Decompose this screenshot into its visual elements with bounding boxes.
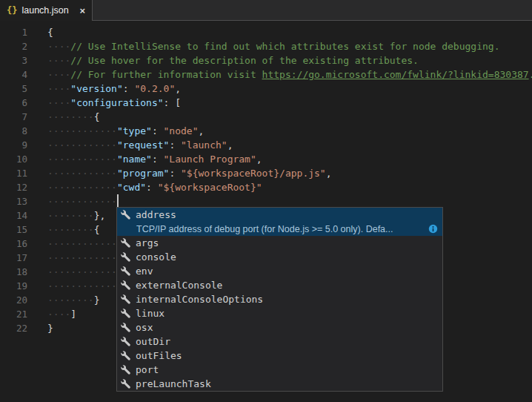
json-file-icon: {} <box>7 5 17 16</box>
code-line[interactable]: 8············"type": "node", <box>0 124 532 138</box>
tab-bar-empty-space <box>92 0 532 21</box>
line-number: 11 <box>0 166 27 180</box>
code-text: ········} <box>27 293 99 307</box>
wrench-icon <box>121 323 130 332</box>
wrench-icon <box>121 351 130 360</box>
suggestion-port[interactable]: port <box>117 363 442 377</box>
code-line[interactable]: 1{ <box>0 25 532 39</box>
close-icon[interactable]: × <box>79 6 85 16</box>
suggestion-label: env <box>136 264 153 278</box>
code-line[interactable]: 3····// Use hover for the description of… <box>0 53 532 67</box>
code-text: ········{ <box>27 110 99 124</box>
line-number: 13 <box>0 194 27 208</box>
code-text: ············ <box>27 279 117 293</box>
line-number: 20 <box>0 293 27 307</box>
suggestion-label: externalConsole <box>136 278 222 292</box>
suggest-widget: addressTCP/IP address of debug port (for… <box>116 207 443 392</box>
code-line[interactable]: 12············"cwd": "${workspaceRoot}" <box>0 180 532 194</box>
suggestion-args[interactable]: args <box>117 236 442 250</box>
line-number: 18 <box>0 265 27 279</box>
code-text: ············"request": "launch", <box>27 138 233 152</box>
wrench-icon <box>121 309 130 318</box>
line-number: 7 <box>0 110 27 124</box>
suggestion-label: port <box>136 363 159 377</box>
suggestion-preLaunchTask[interactable]: preLaunchTask <box>117 377 442 391</box>
wrench-icon <box>121 238 130 248</box>
code-line[interactable]: 7········{ <box>0 110 532 124</box>
suggestion-detail: TCP/IP address of debug port (for Node.j… <box>136 224 393 234</box>
suggestion-outDir[interactable]: outDir <box>117 335 442 349</box>
code-line[interactable]: 10············"name": "Launch Program", <box>0 152 532 166</box>
code-text: ····// Use IntelliSense to find out whic… <box>27 39 500 53</box>
line-number: 12 <box>0 180 27 194</box>
line-number: 1 <box>0 25 27 39</box>
wrench-icon <box>121 252 130 262</box>
tab-bar: {} launch.json × <box>0 0 532 21</box>
line-number: 19 <box>0 279 27 293</box>
wrench-icon <box>121 365 130 375</box>
code-text: ············"type": "node", <box>27 124 204 138</box>
suggestion-outFiles[interactable]: outFiles <box>117 349 442 363</box>
suggestion-osx[interactable]: osx <box>117 320 442 335</box>
suggestion-externalConsole[interactable]: externalConsole <box>117 278 442 292</box>
line-number: 2 <box>0 39 27 53</box>
code-text: ············ <box>27 194 119 208</box>
code-text: ····// Use hover for the description of … <box>27 53 419 67</box>
code-text: ············"cwd": "${workspaceRoot}" <box>27 180 262 194</box>
code-text: ····] <box>27 307 76 321</box>
line-number: 5 <box>0 82 27 96</box>
code-line[interactable]: 2····// Use IntelliSense to find out whi… <box>0 39 532 53</box>
line-number: 15 <box>0 223 27 237</box>
line-number: 8 <box>0 124 27 138</box>
code-text: ····"configurations": [ <box>27 96 181 110</box>
suggestion-label: args <box>136 236 159 250</box>
suggestion-linux[interactable]: linux <box>117 306 442 320</box>
tab-title: launch.json <box>21 5 68 16</box>
suggestion-label: outDir <box>136 335 170 349</box>
suggestion-env[interactable]: env <box>117 264 442 278</box>
line-number: 6 <box>0 96 27 110</box>
wrench-icon <box>121 294 130 304</box>
code-line[interactable]: 9············"request": "launch", <box>0 138 532 152</box>
line-number: 9 <box>0 138 27 152</box>
suggestion-label: linux <box>136 306 164 320</box>
wrench-icon <box>121 266 130 276</box>
code-text: { <box>27 25 53 39</box>
line-number: 10 <box>0 152 27 166</box>
code-text: ····// For further information visit htt… <box>27 67 532 82</box>
suggestion-label: address <box>136 208 176 222</box>
tab-launch-json[interactable]: {} launch.json × <box>0 0 92 21</box>
suggestion-console[interactable]: console <box>117 250 442 264</box>
code-line[interactable]: 6····"configurations": [ <box>0 96 532 110</box>
info-icon[interactable] <box>428 224 438 234</box>
suggestion-label: outFiles <box>136 349 182 363</box>
wrench-icon <box>121 337 130 346</box>
code-text: ············ <box>27 237 117 251</box>
code-text: ····"version": "0.2.0", <box>27 82 181 96</box>
wrench-icon <box>121 379 130 389</box>
vscode-window: {} launch.json × 1{2····// Use IntelliSe… <box>0 0 532 402</box>
code-text: ········}, <box>27 208 105 223</box>
suggestion-label: osx <box>136 320 153 335</box>
line-number: 22 <box>0 321 27 335</box>
wrench-icon <box>121 210 130 220</box>
code-line[interactable]: 5····"version": "0.2.0", <box>0 82 532 96</box>
code-line[interactable]: 11············"program": "${workspaceRoo… <box>0 166 532 180</box>
code-text: } <box>27 321 53 335</box>
suggestion-address[interactable]: addressTCP/IP address of debug port (for… <box>117 208 442 236</box>
code-text: ············ <box>27 265 117 279</box>
suggestion-label: preLaunchTask <box>136 377 211 391</box>
suggestion-internalConsoleOptions[interactable]: internalConsoleOptions <box>117 292 442 306</box>
wrench-icon <box>121 280 130 290</box>
line-number: 17 <box>0 251 27 265</box>
code-text: ········{ <box>27 223 99 237</box>
line-number: 4 <box>0 67 27 82</box>
line-number: 21 <box>0 307 27 321</box>
line-number: 16 <box>0 237 27 251</box>
code-text: ············"program": "${workspaceRoot}… <box>27 166 332 180</box>
line-number: 14 <box>0 208 27 223</box>
code-line[interactable]: 4····// For further information visit ht… <box>0 67 532 82</box>
line-number: 3 <box>0 53 27 67</box>
suggestion-label: console <box>136 250 176 264</box>
code-text: ············ <box>27 251 117 265</box>
